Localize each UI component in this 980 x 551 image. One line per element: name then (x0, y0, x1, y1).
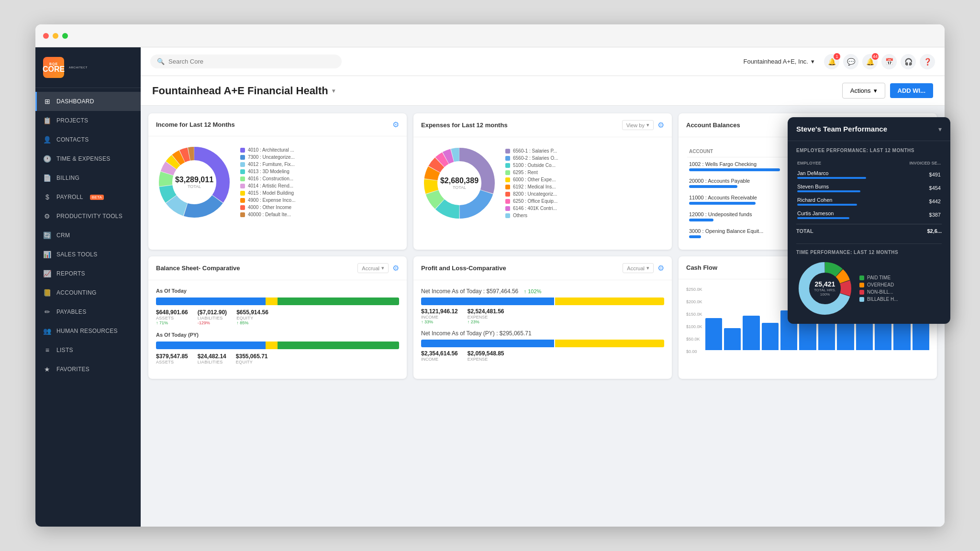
income-card-body: $3,289,011 TOTAL 4010 : Architectural ..… (148, 136, 407, 228)
team-legend-dot (859, 276, 864, 280)
sidebar-item-label: LISTS (56, 347, 73, 353)
alert-badge: 1 (834, 53, 840, 60)
browser-chrome (35, 24, 945, 47)
add-widget-button[interactable]: ADD WI... (890, 83, 934, 98)
chat-icon[interactable]: 💬 (843, 54, 858, 69)
team-legend-item: PAID TIME (859, 275, 898, 280)
sidebar-item-payroll[interactable]: $PAYROLLBETA (35, 187, 141, 207)
legend-item: 4000 : Other Income (240, 205, 296, 210)
browser-close[interactable] (43, 33, 49, 39)
income-card-header: Income for Last 12 Months ⚙ (148, 113, 407, 136)
filter-icon[interactable]: ⚙ (392, 120, 399, 129)
legend-label: 7300 : Uncategorize... (248, 154, 295, 160)
browser-minimize[interactable] (53, 33, 58, 39)
sidebar-item-payables[interactable]: ✏PAYABLES (35, 302, 141, 321)
pl-today-bar (421, 298, 664, 305)
notifications-icon[interactable]: 🔔44 (862, 54, 878, 69)
employee-name: Steven Burns (797, 182, 874, 190)
balance-metric: $355,065.71EQUITY (236, 353, 268, 364)
page-header: Fountainhead A+E Financial Health ▾ Acti… (141, 76, 945, 106)
actions-button[interactable]: Actions ▾ (842, 83, 885, 99)
sidebar-item-contacts[interactable]: 👤CONTACTS (35, 130, 141, 149)
balance-py-title: As Of Today (PY) (156, 332, 399, 338)
alert-icon[interactable]: 🔔1 (824, 54, 839, 69)
cashflow-y-labels: $250.0K$200.0K$150.0K$100.0K$50.0K$0.00 (686, 287, 702, 354)
reports-icon: 📈 (43, 269, 52, 278)
sidebar-item-human-resources[interactable]: 👥HUMAN RESOURCES (35, 321, 141, 341)
legend-dot (240, 155, 245, 160)
search-icon: 🔍 (157, 58, 165, 65)
sidebar-item-billing[interactable]: 📄BILLING (35, 168, 141, 187)
team-donut-total: 25,421 (814, 280, 836, 288)
expense-card-actions: View by ▾ ⚙ (622, 120, 664, 130)
sidebar-item-label: CONTACTS (56, 136, 89, 143)
team-donut-wrap: 25,421 TOTAL HRS. 100% (796, 260, 854, 317)
legend-label: Others (513, 213, 527, 218)
crm-icon: 🔄 (43, 231, 52, 240)
employee-name: Jan DeMarco (797, 168, 874, 177)
legend-item: 4014 : Artistic Rend... (240, 183, 296, 188)
employee-amount: $387 (875, 209, 941, 221)
filter-icon[interactable]: ⚙ (657, 264, 664, 273)
sidebar-item-projects[interactable]: 📋PROJECTS (35, 111, 141, 130)
sidebar-item-reports[interactable]: 📈REPORTS (35, 264, 141, 283)
team-donut-sub2: 100% (814, 292, 836, 297)
sidebar-item-dashboard[interactable]: ⊞DASHBOARD (35, 92, 141, 111)
metric-change: -129% (198, 320, 227, 325)
favorites-icon: ★ (43, 365, 52, 374)
legend-dot (505, 185, 510, 189)
legend-dot (240, 205, 245, 210)
legend-dot (505, 156, 510, 161)
team-legend: PAID TIMEOVERHEADNON-BILL...BILLABLE H..… (859, 275, 898, 302)
employee-bar (797, 204, 857, 206)
sidebar-item-time-expenses[interactable]: 🕐TIME & EXPENSES (35, 149, 141, 168)
legend-label: 4012 : Furniture, Fix... (248, 162, 295, 167)
expense-donut-wrap: $2,680,389 TOTAL (421, 145, 498, 221)
pl-card-actions: Accrual ▾ ⚙ (623, 263, 664, 273)
sidebar-item-productivity[interactable]: ⚙PRODUCTIVITY TOOLS (35, 207, 141, 226)
legend-label: 5100 : Outside Co... (513, 163, 556, 168)
cf-y-label: $0.00 (686, 349, 702, 354)
employee-name-cell: Richard Cohen (797, 195, 874, 208)
logo-text: ARCHITECT (69, 66, 88, 69)
pl-py-title: Net Income As of Today (PY) : $295,065.7… (421, 330, 664, 337)
employee-row: Richard Cohen $442 (797, 195, 941, 208)
employee-bar (797, 177, 866, 179)
sidebar-item-crm[interactable]: 🔄CRM (35, 226, 141, 245)
calendar-icon[interactable]: 📅 (881, 54, 897, 69)
expense-filter-btn[interactable]: View by ▾ (622, 120, 654, 130)
help-icon[interactable]: ❓ (920, 54, 935, 69)
balance-today-title: As Of Today (156, 288, 399, 294)
filter-icon[interactable]: ⚙ (392, 264, 399, 273)
page-title-dropdown-icon[interactable]: ▾ (332, 88, 335, 94)
browser-maximize[interactable] (62, 33, 68, 39)
sidebar-item-sales-tools[interactable]: 📊SALES TOOLS (35, 245, 141, 264)
pl-value: $2,524,481.56EXPENSE↑ 23% (468, 308, 504, 324)
team-legend-item: BILLABLE H... (859, 297, 898, 302)
legend-label: 4016 : Construction... (248, 176, 293, 181)
sidebar-item-lists[interactable]: ≡LISTS (35, 341, 141, 360)
search-box[interactable]: 🔍 (150, 55, 342, 68)
sidebar-item-favorites[interactable]: ★FAVORITES (35, 360, 141, 379)
filter-icon[interactable]: ⚙ (657, 121, 664, 130)
pl-filter-btn[interactable]: Accrual ▾ (623, 263, 654, 273)
team-panel-header: Steve's Team Performance ▾ (788, 117, 950, 141)
sidebar-item-accounting[interactable]: 📒ACCOUNTING (35, 283, 141, 302)
headset-icon[interactable]: 🎧 (901, 54, 916, 69)
sidebar-item-label: BILLING (56, 175, 79, 181)
accounting-icon: 📒 (43, 288, 52, 297)
team-legend-dot (859, 283, 864, 287)
expense-card-body: $2,680,389 TOTAL 6560-1 : Salaries P...6… (413, 137, 672, 229)
search-input[interactable] (168, 58, 335, 65)
balance-filter-btn[interactable]: Accrual ▾ (357, 263, 389, 273)
team-panel-close-icon[interactable]: ▾ (938, 125, 942, 133)
company-selector[interactable]: Fountainhead A+E, Inc. ▾ (739, 56, 818, 67)
account-bar (689, 235, 701, 238)
contacts-icon: 👤 (43, 135, 52, 144)
sidebar-item-label: PROJECTS (56, 117, 88, 124)
balance-card-actions: Accrual ▾ ⚙ (357, 263, 399, 273)
balance-card-body: As Of Today $648,901.66ASSETS↑ 71%($7,01… (148, 280, 407, 379)
pl-value: $2,354,614.56INCOME (421, 350, 458, 362)
expense-donut-container: $2,680,389 TOTAL 6560-1 : Salaries P...6… (421, 145, 664, 221)
income-card: Income for Last 12 Months ⚙ (148, 113, 407, 250)
